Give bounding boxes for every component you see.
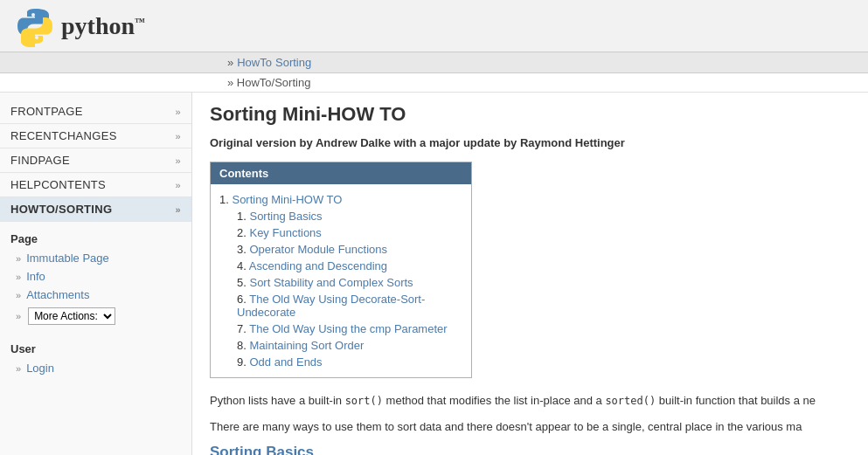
header: python™	[0, 0, 868, 52]
body-paragraph-2: There are many ways to use them to sort …	[210, 418, 851, 436]
toc-link-5[interactable]: Sort Stability and Complex Sorts	[249, 276, 413, 289]
attachments-link[interactable]: Attachments	[26, 288, 89, 301]
sidebar-item-recentchanges[interactable]: RecentChanges »	[0, 124, 191, 148]
toc-num-6: 6.	[237, 293, 249, 306]
toc-link-4[interactable]: Ascending and Descending	[249, 259, 387, 272]
toc-num-9: 9.	[237, 355, 249, 369]
sidebar-frontpage-arrow: »	[176, 107, 181, 117]
sidebar-more-actions: » More Actions:	[0, 304, 191, 328]
immutable-page-link[interactable]: Immutable Page	[26, 252, 109, 265]
toc-num-1: 1.	[237, 210, 249, 223]
sidebar-item-frontpage[interactable]: FrontPage »	[0, 100, 191, 124]
python-logo-icon	[14, 5, 56, 47]
bullet-login: »	[16, 363, 21, 374]
sub-breadcrumb-sep: »	[227, 76, 237, 89]
bullet-immutable: »	[16, 253, 21, 264]
sidebar-helpcontents-arrow: »	[176, 180, 181, 190]
sidebar-item-helpcontents-label: HelpContents	[10, 178, 106, 191]
toc-num-4: 4.	[237, 259, 249, 272]
sidebar-item-frontpage-label: FrontPage	[10, 105, 83, 118]
sidebar-item-recentchanges-label: RecentChanges	[10, 129, 117, 142]
sidebar-item-findpage[interactable]: FindPage »	[0, 148, 191, 173]
breadcrumb-howto[interactable]: HowTo	[237, 56, 272, 69]
toc-link-2[interactable]: Key Functions	[249, 226, 321, 239]
sidebar: FrontPage » RecentChanges » FindPage » H…	[0, 93, 192, 455]
user-section-title: User	[0, 339, 191, 359]
toc-link-9[interactable]: Odd and Ends	[249, 355, 322, 369]
sidebar-recentchanges-arrow: »	[176, 131, 181, 141]
breadcrumb-separator-1: »	[227, 56, 233, 69]
main-content: Sorting Mini-HOW TO Original version by …	[192, 93, 868, 455]
sidebar-item-howtosorting[interactable]: HowTo/Sorting »	[0, 197, 191, 222]
toc-item-4: 4. Ascending and Descending	[219, 258, 462, 274]
toc-item-3: 3. Operator Module Functions	[219, 241, 462, 258]
sidebar-info[interactable]: » Info	[0, 267, 191, 286]
bullet-more: »	[16, 311, 21, 321]
toc-num-0: 1.	[219, 193, 232, 206]
breadcrumb-bar: » HowTo Sorting	[0, 52, 868, 73]
toc-num-8: 8.	[237, 339, 249, 352]
sidebar-howtosorting-arrow: »	[176, 204, 181, 215]
toc-item-7: 7. The Old Way Using the cmp Parameter	[219, 321, 462, 337]
toc-item-9: 9. Odd and Ends	[219, 354, 462, 370]
toc-item-5: 5. Sort Stability and Complex Sorts	[219, 274, 462, 291]
toc-num-3: 3.	[237, 243, 249, 256]
toc-item-2: 2. Key Functions	[219, 224, 462, 241]
toc-link-1[interactable]: Sorting Basics	[249, 210, 322, 223]
sidebar-immutable-page[interactable]: » Immutable Page	[0, 249, 191, 267]
page-subtitle: Original version by Andrew Dalke with a …	[210, 136, 851, 149]
toc-num-2: 2.	[237, 226, 249, 239]
sidebar-item-helpcontents[interactable]: HelpContents »	[0, 173, 191, 197]
logo-text: python™	[61, 12, 145, 40]
sorting-basics-heading: Sorting Basics	[210, 444, 851, 455]
sidebar-login[interactable]: » Login	[0, 359, 191, 377]
toc-link-0[interactable]: Sorting Mini-HOW TO	[232, 193, 342, 206]
toc-header: Contents	[211, 162, 471, 184]
toc-body: 1. Sorting Mini-HOW TO 1. Sorting Basics…	[211, 184, 471, 377]
toc-num-5: 5.	[237, 276, 249, 289]
toc-link-7[interactable]: The Old Way Using the cmp Parameter	[249, 322, 447, 335]
sidebar-item-howtosorting-label: HowTo/Sorting	[10, 203, 112, 216]
toc-item-8: 8. Maintaining Sort Order	[219, 337, 462, 354]
body-paragraph-1: Python lists have a built-in sort() meth…	[210, 392, 851, 410]
toc-item-6: 6. The Old Way Using Decorate-Sort-Undec…	[219, 291, 462, 321]
toc-link-6[interactable]: The Old Way Using Decorate-Sort-Undecora…	[237, 293, 425, 319]
sub-breadcrumb-text: HowTo/Sorting	[237, 76, 311, 89]
sidebar-findpage-arrow: »	[176, 155, 181, 166]
page-section-title: Page	[0, 229, 191, 249]
sidebar-attachments[interactable]: » Attachments	[0, 286, 191, 304]
bullet-info: »	[16, 272, 21, 282]
sub-breadcrumb: » HowTo/Sorting	[0, 73, 868, 93]
page-section: Page » Immutable Page » Info » Attachmen…	[0, 222, 191, 332]
breadcrumb-sorting[interactable]: Sorting	[275, 56, 311, 69]
logo: python™	[14, 5, 145, 47]
toc-item-1: 1. Sorting Basics	[219, 208, 462, 224]
toc-item-0: 1. Sorting Mini-HOW TO	[219, 191, 462, 208]
page-title-area: Sorting Mini-HOW TO	[210, 103, 851, 126]
login-link[interactable]: Login	[26, 362, 54, 375]
info-link[interactable]: Info	[26, 270, 45, 283]
layout: FrontPage » RecentChanges » FindPage » H…	[0, 93, 868, 455]
toc-num-7: 7.	[237, 322, 249, 335]
user-section: User » Login	[0, 332, 191, 381]
toc-link-3[interactable]: Operator Module Functions	[249, 243, 387, 256]
toc-box: Contents 1. Sorting Mini-HOW TO 1. Sorti…	[210, 162, 472, 378]
more-actions-select[interactable]: More Actions:	[28, 307, 115, 325]
sidebar-item-findpage-label: FindPage	[10, 154, 70, 167]
page-title: Sorting Mini-HOW TO	[210, 103, 851, 126]
bullet-attachments: »	[16, 290, 21, 300]
toc-link-8[interactable]: Maintaining Sort Order	[249, 339, 364, 352]
